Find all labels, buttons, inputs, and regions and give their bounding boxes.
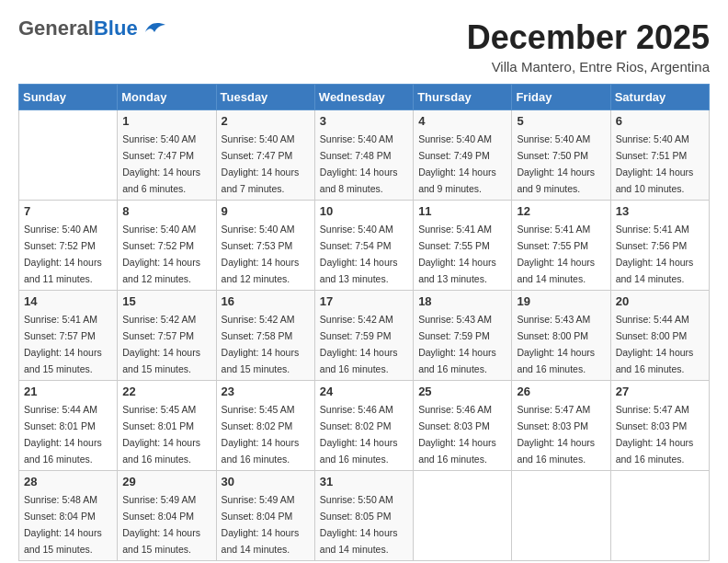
day-number: 5 <box>517 114 605 128</box>
day-number: 23 <box>222 385 310 398</box>
day-number: 18 <box>418 294 506 308</box>
day-number: 9 <box>222 204 310 218</box>
weekday-header-cell: Wednesday <box>314 85 413 110</box>
day-info: Sunrise: 5:40 AMSunset: 7:53 PMDaylight:… <box>222 224 300 284</box>
logo-general: General <box>18 17 94 40</box>
weekday-header-cell: Saturday <box>610 85 709 110</box>
calendar-cell: 7 Sunrise: 5:40 AMSunset: 7:52 PMDayligh… <box>19 201 118 291</box>
day-info: Sunrise: 5:40 AMSunset: 7:49 PMDaylight:… <box>418 133 496 194</box>
calendar-cell: 21 Sunrise: 5:44 AMSunset: 8:01 PMDaylig… <box>19 381 118 471</box>
day-number: 13 <box>616 204 704 218</box>
day-number: 3 <box>320 114 408 128</box>
day-number: 30 <box>222 475 310 488</box>
day-number: 10 <box>320 204 408 218</box>
calendar-cell: 12 Sunrise: 5:41 AMSunset: 7:55 PMDaylig… <box>512 201 610 291</box>
day-number: 25 <box>418 385 506 398</box>
day-info: Sunrise: 5:40 AMSunset: 7:47 PMDaylight:… <box>122 133 200 194</box>
calendar-body: 1 Sunrise: 5:40 AMSunset: 7:47 PMDayligh… <box>19 110 710 561</box>
calendar-week-row: 21 Sunrise: 5:44 AMSunset: 8:01 PMDaylig… <box>19 381 710 471</box>
day-number: 7 <box>24 204 112 218</box>
calendar-cell: 28 Sunrise: 5:48 AMSunset: 8:04 PMDaylig… <box>19 471 118 561</box>
calendar-cell: 27 Sunrise: 5:47 AMSunset: 8:03 PMDaylig… <box>610 381 709 471</box>
day-info: Sunrise: 5:45 AMSunset: 8:02 PMDaylight:… <box>222 404 300 465</box>
day-info: Sunrise: 5:48 AMSunset: 8:04 PMDaylight:… <box>24 494 102 555</box>
day-info: Sunrise: 5:40 AMSunset: 7:48 PMDaylight:… <box>320 133 398 194</box>
calendar-cell: 31 Sunrise: 5:50 AMSunset: 8:05 PMDaylig… <box>314 471 413 561</box>
day-info: Sunrise: 5:40 AMSunset: 7:51 PMDaylight:… <box>616 133 694 194</box>
day-info: Sunrise: 5:43 AMSunset: 8:00 PMDaylight:… <box>517 314 595 374</box>
day-number: 31 <box>320 475 408 488</box>
calendar-cell: 26 Sunrise: 5:47 AMSunset: 8:03 PMDaylig… <box>512 381 610 471</box>
day-info: Sunrise: 5:46 AMSunset: 8:02 PMDaylight:… <box>320 404 398 465</box>
day-info: Sunrise: 5:50 AMSunset: 8:05 PMDaylight:… <box>320 494 398 555</box>
calendar-cell: 30 Sunrise: 5:49 AMSunset: 8:04 PMDaylig… <box>216 471 314 561</box>
day-info: Sunrise: 5:41 AMSunset: 7:55 PMDaylight:… <box>517 224 595 284</box>
day-number: 14 <box>24 294 112 308</box>
day-number: 26 <box>517 385 605 398</box>
day-info: Sunrise: 5:41 AMSunset: 7:55 PMDaylight:… <box>418 224 496 284</box>
day-number: 19 <box>517 294 605 308</box>
calendar-cell <box>512 471 610 561</box>
calendar-cell: 5 Sunrise: 5:40 AMSunset: 7:50 PMDayligh… <box>512 110 610 201</box>
day-number: 28 <box>24 475 112 488</box>
calendar-cell: 11 Sunrise: 5:41 AMSunset: 7:55 PMDaylig… <box>414 201 512 291</box>
location: Villa Mantero, Entre Rios, Argentina <box>467 59 710 75</box>
weekday-header-cell: Tuesday <box>216 85 314 110</box>
day-info: Sunrise: 5:44 AMSunset: 8:00 PMDaylight:… <box>616 314 694 374</box>
day-info: Sunrise: 5:47 AMSunset: 8:03 PMDaylight:… <box>517 404 595 465</box>
calendar-cell: 6 Sunrise: 5:40 AMSunset: 7:51 PMDayligh… <box>610 110 709 201</box>
calendar-cell: 14 Sunrise: 5:41 AMSunset: 7:57 PMDaylig… <box>19 291 118 381</box>
day-info: Sunrise: 5:49 AMSunset: 8:04 PMDaylight:… <box>122 494 200 555</box>
day-number: 4 <box>418 114 506 128</box>
calendar-cell: 1 Sunrise: 5:40 AMSunset: 7:47 PMDayligh… <box>118 110 216 201</box>
day-number: 15 <box>122 294 210 308</box>
day-info: Sunrise: 5:44 AMSunset: 8:01 PMDaylight:… <box>24 404 102 465</box>
day-number: 1 <box>122 114 210 128</box>
calendar-cell: 2 Sunrise: 5:40 AMSunset: 7:47 PMDayligh… <box>216 110 314 201</box>
header: GeneralBlue December 2025 Villa Mantero,… <box>18 18 710 75</box>
logo-bird-icon <box>142 19 167 38</box>
calendar-cell: 24 Sunrise: 5:46 AMSunset: 8:02 PMDaylig… <box>314 381 413 471</box>
weekday-header-cell: Monday <box>118 85 216 110</box>
calendar-cell: 22 Sunrise: 5:45 AMSunset: 8:01 PMDaylig… <box>118 381 216 471</box>
day-number: 6 <box>616 114 704 128</box>
day-number: 27 <box>616 385 704 398</box>
calendar-cell: 23 Sunrise: 5:45 AMSunset: 8:02 PMDaylig… <box>216 381 314 471</box>
day-number: 24 <box>320 385 408 398</box>
day-number: 29 <box>122 475 210 488</box>
day-info: Sunrise: 5:40 AMSunset: 7:50 PMDaylight:… <box>517 133 595 194</box>
day-info: Sunrise: 5:41 AMSunset: 7:56 PMDaylight:… <box>616 224 694 284</box>
day-info: Sunrise: 5:46 AMSunset: 8:03 PMDaylight:… <box>418 404 496 465</box>
day-info: Sunrise: 5:42 AMSunset: 7:59 PMDaylight:… <box>320 314 398 374</box>
calendar-week-row: 14 Sunrise: 5:41 AMSunset: 7:57 PMDaylig… <box>19 291 710 381</box>
day-number: 8 <box>122 204 210 218</box>
weekday-header-cell: Sunday <box>19 85 118 110</box>
logo: GeneralBlue <box>18 18 167 39</box>
day-info: Sunrise: 5:49 AMSunset: 8:04 PMDaylight:… <box>222 494 300 555</box>
calendar-cell: 3 Sunrise: 5:40 AMSunset: 7:48 PMDayligh… <box>314 110 413 201</box>
calendar-cell: 17 Sunrise: 5:42 AMSunset: 7:59 PMDaylig… <box>314 291 413 381</box>
day-number: 20 <box>616 294 704 308</box>
logo-text: GeneralBlue <box>18 18 138 39</box>
calendar-week-row: 7 Sunrise: 5:40 AMSunset: 7:52 PMDayligh… <box>19 201 710 291</box>
calendar-week-row: 1 Sunrise: 5:40 AMSunset: 7:47 PMDayligh… <box>19 110 710 201</box>
day-info: Sunrise: 5:40 AMSunset: 7:52 PMDaylight:… <box>24 224 102 284</box>
weekday-header-row: SundayMondayTuesdayWednesdayThursdayFrid… <box>19 85 710 110</box>
day-number: 11 <box>418 204 506 218</box>
calendar-cell: 13 Sunrise: 5:41 AMSunset: 7:56 PMDaylig… <box>610 201 709 291</box>
calendar-cell <box>19 110 118 201</box>
day-info: Sunrise: 5:42 AMSunset: 7:57 PMDaylight:… <box>122 314 200 374</box>
day-number: 22 <box>122 385 210 398</box>
calendar-cell: 10 Sunrise: 5:40 AMSunset: 7:54 PMDaylig… <box>314 201 413 291</box>
day-number: 16 <box>222 294 310 308</box>
day-number: 17 <box>320 294 408 308</box>
day-info: Sunrise: 5:40 AMSunset: 7:47 PMDaylight:… <box>222 133 300 194</box>
calendar-cell: 20 Sunrise: 5:44 AMSunset: 8:00 PMDaylig… <box>610 291 709 381</box>
calendar-cell: 19 Sunrise: 5:43 AMSunset: 8:00 PMDaylig… <box>512 291 610 381</box>
month-title: December 2025 <box>467 18 710 57</box>
calendar-cell: 8 Sunrise: 5:40 AMSunset: 7:52 PMDayligh… <box>118 201 216 291</box>
calendar-cell: 15 Sunrise: 5:42 AMSunset: 7:57 PMDaylig… <box>118 291 216 381</box>
day-info: Sunrise: 5:40 AMSunset: 7:54 PMDaylight:… <box>320 224 398 284</box>
weekday-header-cell: Thursday <box>414 85 512 110</box>
calendar-cell: 4 Sunrise: 5:40 AMSunset: 7:49 PMDayligh… <box>414 110 512 201</box>
